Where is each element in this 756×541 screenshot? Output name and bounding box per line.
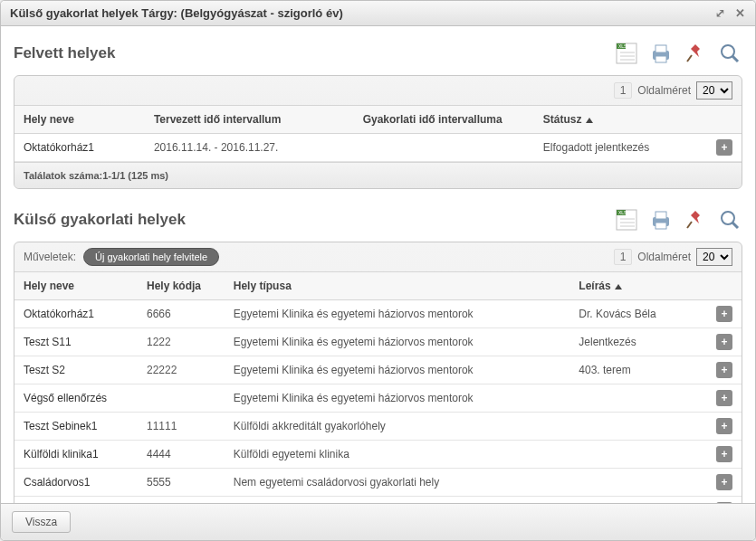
table-row[interactable]: Családorvos15555Nem egyetemi családorvos… bbox=[14, 469, 742, 497]
pin-icon[interactable] bbox=[683, 207, 708, 233]
table-row[interactable]: Teszt S222222Egyetemi Klinika és egyetem… bbox=[14, 356, 742, 384]
section1-title: Felvett helyek bbox=[14, 44, 115, 62]
svg-rect-20 bbox=[656, 223, 666, 229]
row-expand-button[interactable]: + bbox=[716, 446, 732, 462]
row-expand-button[interactable]: + bbox=[716, 306, 732, 322]
table-row[interactable]: Teszt S111222Egyetemi Klinika és egyetem… bbox=[14, 328, 742, 356]
print-icon[interactable] bbox=[648, 207, 674, 233]
svg-rect-7 bbox=[656, 45, 666, 52]
bottom-bar: Vissza bbox=[1, 503, 755, 540]
pin-icon[interactable] bbox=[683, 41, 708, 66]
pagesize-label: Oldalméret bbox=[637, 84, 691, 97]
titlebar: Külső gyakorlat helyek Tárgy: (Belgyógyá… bbox=[1, 1, 755, 26]
maximize-icon[interactable]: ⤢ bbox=[713, 7, 726, 20]
col-header[interactable]: Gyakorlati idő intervalluma bbox=[354, 106, 534, 134]
table-row[interactable]: Teszt Sebinek111111Külföldi akkreditált … bbox=[14, 413, 742, 441]
svg-point-10 bbox=[722, 45, 734, 58]
pager: 1 Oldalméret 20 bbox=[614, 248, 732, 266]
row-expand-button[interactable]: + bbox=[716, 418, 732, 434]
search-icon[interactable] bbox=[717, 207, 742, 233]
section1-panel: 1 Oldalméret 20 Hely neve Tervezett idő … bbox=[14, 75, 742, 189]
svg-line-23 bbox=[732, 223, 738, 228]
svg-line-9 bbox=[687, 55, 692, 62]
row-expand-button[interactable]: + bbox=[716, 362, 732, 378]
ops-label: Műveletek: bbox=[24, 251, 76, 263]
table-row[interactable]: Végső ellenőrzésEgyetemi Klinika és egye… bbox=[14, 384, 742, 413]
svg-rect-19 bbox=[656, 212, 666, 219]
col-header[interactable]: Hely típusa bbox=[225, 272, 570, 300]
col-header[interactable]: Hely kódja bbox=[138, 272, 225, 300]
pagesize-select[interactable]: 20 bbox=[696, 248, 732, 266]
table-row[interactable]: Külföldi klinika14444Külföldi egyetemi k… bbox=[14, 441, 742, 469]
excel-export-icon[interactable]: XLS bbox=[614, 41, 639, 66]
pager: 1 Oldalméret 20 bbox=[614, 81, 732, 100]
pagesize-label: Oldalméret bbox=[637, 251, 691, 263]
dialog-window: Külső gyakorlat helyek Tárgy: (Belgyógyá… bbox=[0, 0, 756, 541]
col-header[interactable]: Státusz bbox=[534, 106, 707, 134]
row-expand-button[interactable]: + bbox=[716, 139, 732, 156]
table-row[interactable]: Oktatókorház16666Egyetemi Klinika és egy… bbox=[14, 300, 742, 328]
table-row[interactable]: Külföldi133333Külföldi akkreditált gyako… bbox=[14, 497, 742, 504]
grid-footer: Találatok száma:1-1/1 (125 ms) bbox=[14, 162, 742, 188]
svg-text:XLS: XLS bbox=[618, 43, 627, 49]
col-header[interactable]: Tervezett idő intervallum bbox=[145, 106, 354, 134]
col-header[interactable]: Hely neve bbox=[14, 106, 145, 134]
excel-export-icon[interactable]: XLS bbox=[614, 207, 639, 233]
table-row[interactable]: Oktatókorház1 2016.11.14. - 2016.11.27. … bbox=[14, 134, 742, 162]
back-button[interactable]: Vissza bbox=[12, 511, 71, 533]
col-header[interactable]: Hely neve bbox=[14, 272, 138, 300]
close-icon[interactable]: ✕ bbox=[733, 7, 746, 20]
svg-rect-8 bbox=[656, 56, 666, 62]
svg-line-11 bbox=[732, 56, 738, 62]
section1-table: Hely neve Tervezett idő intervallum Gyak… bbox=[14, 105, 742, 162]
svg-line-21 bbox=[687, 222, 692, 228]
svg-text:XLS: XLS bbox=[618, 210, 627, 215]
col-header[interactable]: Leírás bbox=[569, 272, 707, 300]
search-icon[interactable] bbox=[717, 41, 742, 66]
add-practice-place-button[interactable]: Új gyakorlati hely felvitele bbox=[83, 248, 219, 266]
page-number: 1 bbox=[614, 249, 633, 265]
row-expand-button[interactable]: + bbox=[716, 334, 732, 350]
window-title: Külső gyakorlat helyek Tárgy: (Belgyógyá… bbox=[10, 6, 343, 20]
page-number: 1 bbox=[614, 82, 633, 99]
content-area: Felvett helyek XLS 1 bbox=[1, 26, 755, 503]
section2-panel: Műveletek: Új gyakorlati hely felvitele … bbox=[14, 242, 742, 503]
print-icon[interactable] bbox=[648, 41, 674, 66]
section2-title: Külső gyakorlati helyek bbox=[14, 211, 186, 229]
svg-point-22 bbox=[722, 212, 734, 224]
sort-asc-icon bbox=[586, 118, 593, 123]
section2-table: Hely neve Hely kódja Hely típusa Leírás … bbox=[14, 271, 742, 503]
row-expand-button[interactable]: + bbox=[716, 390, 732, 406]
sort-asc-icon bbox=[615, 284, 622, 289]
row-expand-button[interactable]: + bbox=[716, 474, 732, 490]
pagesize-select[interactable]: 20 bbox=[696, 81, 732, 100]
